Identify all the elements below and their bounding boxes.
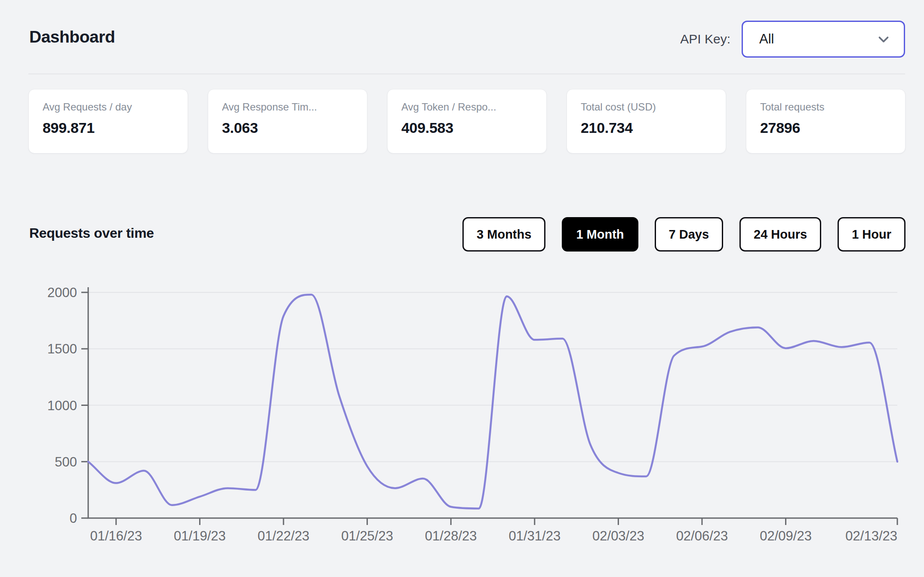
x-tick-label: 02/03/23 [592,528,644,543]
x-tick-label: 02/06/23 [676,528,728,543]
y-tick-label: 1500 [47,341,77,356]
requests-over-time-chart[interactable]: 050010001500200001/16/2301/19/2301/22/23… [0,267,924,577]
api-key-row: API Key: All [680,21,905,58]
range-button-7-days[interactable]: 7 Days [655,217,724,252]
range-button-1-month[interactable]: 1 Month [562,217,638,252]
x-tick-label: 01/22/23 [258,528,310,543]
line-chart-canvas: 050010001500200001/16/2301/19/2301/22/23… [0,267,924,577]
header-divider [28,74,905,74]
stat-card-avg-requests: Avg Requests / day 899.871 [28,89,188,153]
y-tick-label: 0 [70,511,77,526]
stat-card-avg-response-time: Avg Response Tim... 3.063 [208,89,367,153]
chart-section-title: Requests over time [29,225,154,241]
dashboard-page: Dashboard API Key: All Avg Requests / da… [0,0,924,577]
stat-label: Avg Requests / day [43,101,174,113]
api-key-select[interactable]: All [742,21,905,58]
stat-card-total-cost: Total cost (USD) 210.734 [567,89,726,153]
stat-value: 409.583 [401,120,533,136]
x-tick-label: 02/09/23 [760,528,812,543]
y-tick-label: 1000 [47,398,77,413]
stat-label: Total cost (USD) [581,101,712,113]
x-tick-label: 01/25/23 [341,528,393,543]
stat-label: Avg Token / Respo... [401,101,533,113]
y-tick-label: 2000 [47,285,77,300]
x-tick-label: 02/13/23 [845,528,897,543]
stat-value: 210.734 [581,120,712,136]
x-tick-label: 01/16/23 [90,528,142,543]
chevron-down-icon [875,31,892,47]
api-key-label: API Key: [680,32,730,46]
x-tick-label: 01/31/23 [508,528,561,543]
range-button-3-months[interactable]: 3 Months [462,217,545,252]
requests-series-line [88,295,897,508]
range-button-1-hour[interactable]: 1 Hour [838,217,906,252]
stats-card-row: Avg Requests / day 899.871 Avg Response … [28,89,906,153]
y-tick-label: 500 [55,454,77,470]
time-range-button-group: 3 Months 1 Month 7 Days 24 Hours 1 Hour [462,217,906,252]
stat-card-total-requests: Total requests 27896 [746,89,906,153]
stat-label: Total requests [760,101,891,113]
page-title: Dashboard [29,28,115,46]
stat-card-avg-token: Avg Token / Respo... 409.583 [387,89,547,153]
stat-value: 27896 [760,120,891,136]
stat-value: 3.063 [222,120,353,136]
x-tick-label: 01/28/23 [425,528,477,543]
api-key-selected-value: All [759,31,875,47]
x-tick-label: 01/19/23 [174,528,226,543]
stat-label: Avg Response Tim... [222,101,353,113]
range-button-24-hours[interactable]: 24 Hours [739,217,821,252]
stat-value: 899.871 [43,120,174,136]
